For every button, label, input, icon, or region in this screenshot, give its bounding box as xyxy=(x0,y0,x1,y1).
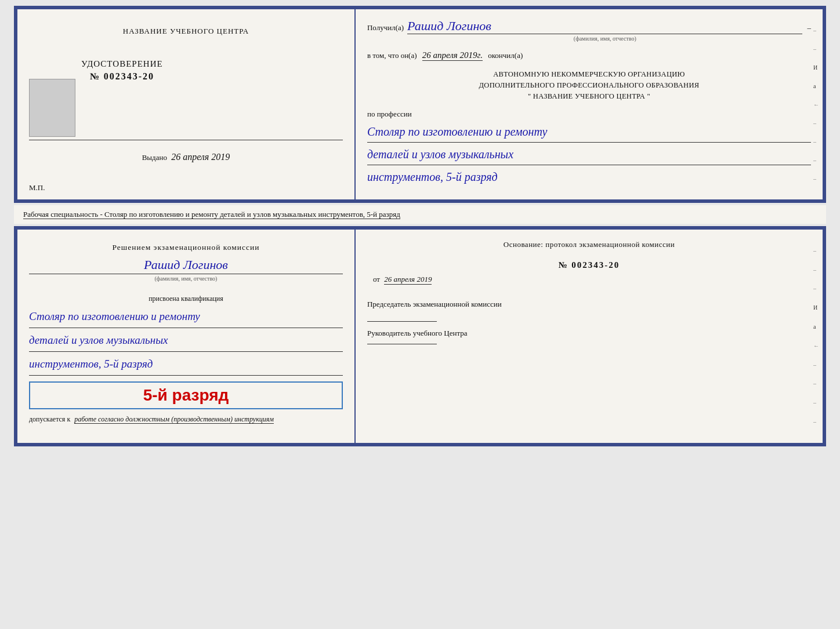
vidano-row: Выдано 26 апреля 2019 xyxy=(142,152,230,162)
panel-top-right: Получил(а) Рашид Логинов (фамилия, имя, … xyxy=(356,9,823,199)
highlighted-box: 5-й разряд xyxy=(29,381,343,409)
fio-handwritten-top: Рашид Логинов xyxy=(407,19,491,33)
po-professii-label: по профессии xyxy=(367,110,811,119)
profession-line3: инструментов, 5-й разряд xyxy=(367,166,811,187)
vtom-row: в том, что он(а) 26 апреля 2019г. окончи… xyxy=(367,50,811,61)
osnovanie-label: Основание: протокол экзаменационной коми… xyxy=(367,239,811,251)
center-title-top: НАЗВАНИЕ УЧЕБНОГО ЦЕНТРА xyxy=(123,27,249,36)
dopuskaetsya-text: работе согласно должностным (производств… xyxy=(74,415,274,424)
protocol-number-bottom: № 002343-20 xyxy=(367,260,811,270)
poluchil-label: Получил(а) xyxy=(367,23,404,32)
cert-photo xyxy=(29,79,75,137)
middle-text: Рабочая специальность - Столяр по изгото… xyxy=(23,210,400,219)
poluchil-row: Получил(а) Рашид Логинов (фамилия, имя, … xyxy=(367,19,811,34)
profession-line2: деталей и узлов музыкальных xyxy=(367,144,811,165)
big-rank: 5-й разряд xyxy=(36,386,336,405)
document-container: НАЗВАНИЕ УЧЕБНОГО ЦЕНТРА УДОСТОВЕРЕНИЕ №… xyxy=(14,6,826,446)
side-marks-bottom: – – – И а ← – – – – xyxy=(813,230,819,443)
qualification-line1: Столяр по изготовлению и ремонту xyxy=(29,306,343,328)
mp-label: М.П. xyxy=(29,183,45,192)
vidano-label: Выдано xyxy=(142,153,167,162)
dopuskaetsya-row: допускается к работе согласно должностны… xyxy=(29,415,274,424)
vtom-date: 26 апреля 2019г. xyxy=(422,50,483,61)
panel-top-left: НАЗВАНИЕ УЧЕБНОГО ЦЕНТРА УДОСТОВЕРЕНИЕ №… xyxy=(17,9,356,199)
autonomous-line2: ДОПОЛНИТЕЛЬНОГО ПРОФЕССИОНАЛЬНОГО ОБРАЗО… xyxy=(367,80,811,91)
prisvoena-label: присвоена квалификация xyxy=(29,294,343,303)
autonomous-line3: " НАЗВАНИЕ УЧЕБНОГО ЦЕНТРА " xyxy=(367,91,811,102)
vtom-prefix: в том, что он(а) xyxy=(367,51,417,60)
fio-hand-bottom: Рашид Логинов xyxy=(29,257,343,272)
ot-row: от 26 апреля 2019 xyxy=(367,275,811,285)
fio-subtitle-top: (фамилия, имя, отчество) xyxy=(407,35,802,42)
middle-text-row: Рабочая специальность - Столяр по изгото… xyxy=(14,205,826,224)
panel-bottom-left: Решением экзаменационной комиссии Рашид … xyxy=(17,230,356,443)
dopuskaetsya-label: допускается к xyxy=(29,415,70,423)
ruk-label: Руководитель учебного Центра xyxy=(367,328,811,339)
panel-bottom-right: Основание: протокол экзаменационной коми… xyxy=(356,230,823,443)
qualification-line3: инструментов, 5-й разряд xyxy=(29,353,343,376)
vidano-date: 26 апреля 2019 xyxy=(171,152,230,162)
side-marks-top: – – И а ← – – – – xyxy=(813,9,819,199)
resheniem-label: Решением экзаменационной комиссии xyxy=(29,241,343,254)
chairman-label: Председатель экзаменационной комиссии xyxy=(367,299,811,310)
qualification-line2: деталей и узлов музыкальных xyxy=(29,329,343,352)
document-top: НАЗВАНИЕ УЧЕБНОГО ЦЕНТРА УДОСТОВЕРЕНИЕ №… xyxy=(14,6,826,203)
profession-line1: Столяр по изготовлению и ремонту xyxy=(367,121,811,143)
chairman-sign-line xyxy=(367,321,437,322)
cert-number-top: № 002343-20 xyxy=(81,71,163,82)
autonomous-block: АВТОНОМНУЮ НЕКОММЕРЧЕСКУЮ ОРГАНИЗАЦИЮ ДО… xyxy=(367,69,811,101)
autonomous-line1: АВТОНОМНУЮ НЕКОММЕРЧЕСКУЮ ОРГАНИЗАЦИЮ xyxy=(367,69,811,80)
ot-label: от xyxy=(373,275,380,283)
ruk-sign-line xyxy=(367,344,437,344)
document-bottom: Решением экзаменационной комиссии Рашид … xyxy=(14,226,826,446)
cert-type-label: УДОСТОВЕРЕНИЕ xyxy=(81,59,163,69)
ot-date: 26 апреля 2019 xyxy=(384,275,432,285)
fio-subtitle-bottom: (фамилия, имя, отчество) xyxy=(155,275,218,282)
okonchil-label: окончил(а) xyxy=(488,51,523,60)
